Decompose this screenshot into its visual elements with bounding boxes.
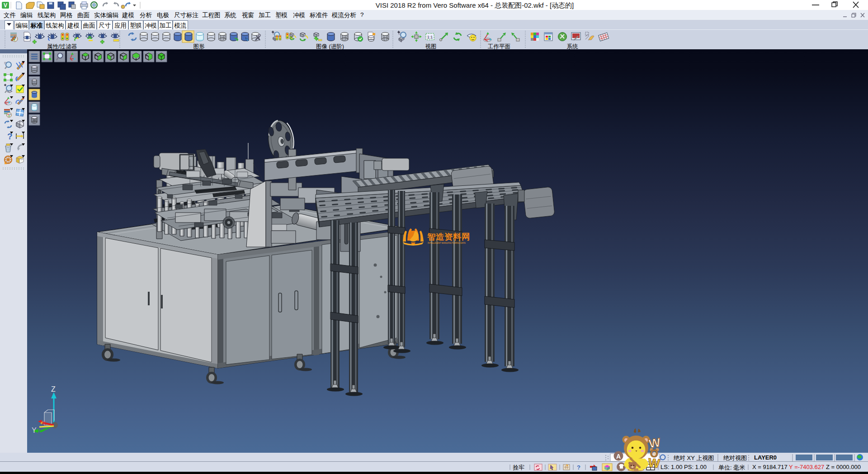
svg-text:Z: Z <box>51 385 56 393</box>
svg-text:Y: Y <box>32 427 37 434</box>
svg-text:属性/过滤器: 属性/过滤器 <box>47 43 77 50</box>
svg-text:工作平面: 工作平面 <box>488 43 510 50</box>
svg-text:?: ? <box>577 464 580 471</box>
svg-text:INTELLIGENT MANUFACTURING DATA: INTELLIGENT MANUFACTURING DATA <box>428 242 466 244</box>
svg-text:智造资料网: 智造资料网 <box>427 232 470 242</box>
svg-text:W: W <box>647 456 660 471</box>
svg-text:图像 (进阶): 图像 (进阶) <box>316 43 344 50</box>
svg-text:图形: 图形 <box>193 43 205 50</box>
svg-text:A: A <box>616 453 621 460</box>
svg-text:系统: 系统 <box>567 43 579 50</box>
svg-text:X: X <box>42 420 46 427</box>
svg-text:视图: 视图 <box>425 43 437 50</box>
svg-text:V: V <box>4 2 7 9</box>
